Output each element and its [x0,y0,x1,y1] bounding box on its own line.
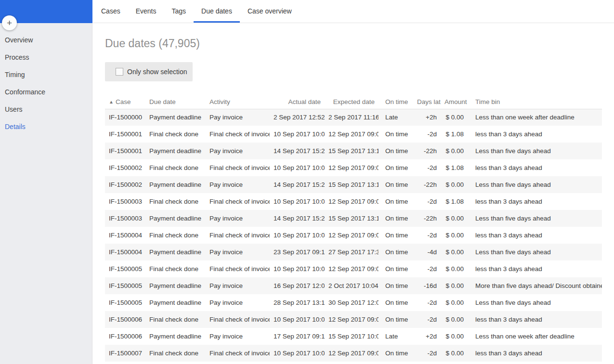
cell-actual-date: 14 Sep 2017 15:28 [270,176,325,193]
cell-case: IF-1500005 [105,260,145,277]
cell-days-late: -16d [413,277,441,294]
cell-time-bin: less than 3 days ahead [468,227,602,244]
column-header-on-time[interactable]: On time [379,95,413,109]
tab-case-overview[interactable]: Case overview [240,0,300,23]
cell-days-late: -2d [413,159,441,176]
table-row[interactable]: IF-1500004Final check doneFinal check of… [105,227,602,244]
cell-expected-date: 15 Sep 2017 13:13 [325,143,379,159]
main-panel: CasesEventsTagsDue datesCase overview Du… [93,0,614,364]
tab-tags[interactable]: Tags [164,0,194,23]
cell-actual-date: 16 Sep 2017 12:04 [270,277,325,294]
table-row[interactable]: IF-1500005Payment deadlinePay invoice16 … [105,277,602,294]
cell-expected-date: 15 Sep 2017 10:08 [325,328,379,345]
cell-on-time: On time [379,159,413,176]
cell-due-date: Payment deadline [145,143,206,159]
add-button[interactable]: + [2,15,17,30]
table-row[interactable]: IF-1500003Final check doneFinal check of… [105,193,602,210]
cell-time-bin: less than 3 days ahead [468,159,602,176]
cell-activity: Final check of invoice [206,126,270,143]
cell-on-time: Late [379,109,413,126]
cell-activity: Final check of invoice [206,193,270,210]
table-row[interactable]: IF-1500006Final check doneFinal check of… [105,311,602,328]
sidebar-item-details[interactable]: Details [0,118,92,135]
cell-expected-date: 12 Sep 2017 09:00 [325,227,379,244]
cell-actual-date: 2 Sep 2017 12:52 [270,109,325,126]
sidebar-item-conformance[interactable]: Conformance [0,83,92,101]
table-row[interactable]: IF-1500005Final check doneFinal check of… [105,260,602,277]
cell-activity: Final check of invoice [206,260,270,277]
cell-expected-date: 2 Sep 2017 11:16 [325,109,379,126]
cell-expected-date: 2 Oct 2017 10:04 [325,277,379,294]
cell-actual-date: 10 Sep 2017 10:07 [270,260,325,277]
cell-days-late: -22h [413,143,441,159]
sidebar-item-timing[interactable]: Timing [0,66,92,83]
column-header-activity[interactable]: Activity [206,95,270,109]
cell-activity: Pay invoice [206,328,270,345]
cell-on-time: On time [379,294,413,311]
cell-time-bin: less than 3 days ahead [468,260,602,277]
column-header-amount[interactable]: Amount [441,95,468,109]
cell-actual-date: 17 Sep 2017 09:10 [270,328,325,345]
table-row[interactable]: IF-1500001Payment deadlinePay invoice14 … [105,143,602,159]
table-row[interactable]: IF-1500004Payment deadlinePay invoice23 … [105,244,602,260]
table-header-row: ▲CaseDue dateActivityActual dateExpected… [105,95,602,109]
cell-days-late: -2d [413,260,441,277]
cell-on-time: On time [379,210,413,227]
table-row[interactable]: IF-1500006Payment deadlinePay invoice17 … [105,328,602,345]
cell-activity: Pay invoice [206,294,270,311]
sidebar: + OverviewProcessTimingConformanceUsersD… [0,0,92,364]
cell-days-late: -2d [413,294,441,311]
only-show-selection-toggle[interactable]: Only show selection [105,62,193,81]
cell-time-bin: More than five days ahead/ Discount obta… [468,277,602,294]
column-header-expected-date[interactable]: Expected date [325,95,379,109]
cell-expected-date: 30 Sep 2017 12:04 [325,294,379,311]
table-row[interactable]: IF-1500001Final check doneFinal check of… [105,126,602,143]
table-row[interactable]: IF-1500000Payment deadlinePay invoice2 S… [105,109,602,126]
table-row[interactable]: IF-1500002Final check doneFinal check of… [105,159,602,176]
cell-time-bin: less than 3 days ahead [468,126,602,143]
cell-on-time: On time [379,244,413,260]
tab-due-dates[interactable]: Due dates [194,0,240,23]
cell-amount: $ 0.00 [441,210,468,227]
column-header-time-bin[interactable]: Time bin [468,95,602,109]
table-row[interactable]: IF-1500003Payment deadlinePay invoice14 … [105,210,602,227]
cell-amount: $ 0.00 [441,109,468,126]
table-row[interactable]: IF-1500002Payment deadlinePay invoice14 … [105,176,602,193]
cell-activity: Pay invoice [206,277,270,294]
cell-amount: $ 1.08 [441,193,468,210]
cell-case: IF-1500005 [105,294,145,311]
cell-days-late: -2d [413,193,441,210]
sidebar-item-process[interactable]: Process [0,49,92,66]
cell-expected-date: 15 Sep 2017 13:16 [325,176,379,193]
page-title: Due dates (47,905) [105,37,614,50]
cell-time-bin: Less than five days ahead [468,210,602,227]
cell-days-late: -2d [413,126,441,143]
tab-bar: CasesEventsTagsDue datesCase overview [93,0,614,23]
table-row[interactable]: IF-1500005Payment deadlinePay invoice28 … [105,294,602,311]
column-header-days-late[interactable]: Days late [413,95,441,109]
cell-time-bin: less than 3 days ahead [468,193,602,210]
column-header-case[interactable]: ▲Case [105,95,145,109]
sidebar-item-users[interactable]: Users [0,101,92,118]
cell-due-date: Payment deadline [145,277,206,294]
cell-expected-date: 12 Sep 2017 09:00 [325,260,379,277]
only-show-selection-checkbox[interactable] [116,68,123,76]
cell-expected-date: 12 Sep 2017 09:00 [325,193,379,210]
cell-time-bin: Less than one week after deadline [468,109,602,126]
tab-events[interactable]: Events [128,0,164,23]
cell-on-time: On time [379,176,413,193]
table-row[interactable]: IF-1500007Final check doneFinal check of… [105,345,602,362]
cell-actual-date: 10 Sep 2017 10:08 [270,311,325,328]
cell-actual-date: 28 Sep 2017 13:12 [270,294,325,311]
column-header-due-date[interactable]: Due date [145,95,206,109]
cell-on-time: On time [379,143,413,159]
sidebar-item-overview[interactable]: Overview [0,31,92,49]
cell-expected-date: 12 Sep 2017 09:00 [325,311,379,328]
cell-case: IF-1500003 [105,210,145,227]
cell-activity: Pay invoice [206,210,270,227]
column-header-actual-date[interactable]: Actual date [270,95,325,109]
cell-time-bin: Less than five days ahead [468,294,602,311]
tab-cases[interactable]: Cases [93,0,128,23]
cell-due-date: Final check done [145,126,206,143]
cell-case: IF-1500004 [105,244,145,260]
